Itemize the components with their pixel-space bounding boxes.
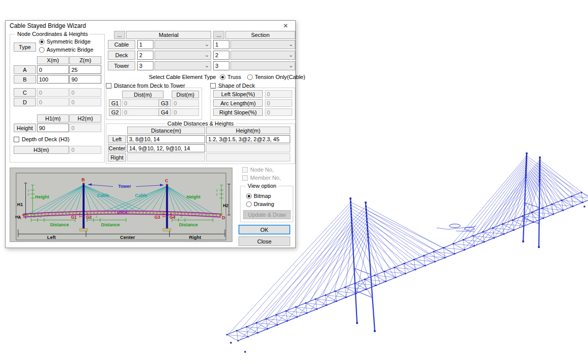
bridge-preview-panel: B C A D Tower Cable Cable Deck Height He… — [10, 168, 232, 242]
section-header: Section — [225, 31, 295, 39]
svg-text:1: 1 — [28, 189, 29, 192]
h3-input — [69, 146, 101, 154]
tower-material-dropdown[interactable]: ⌄ — [154, 61, 211, 70]
preview-label-distance-center: Distance — [101, 222, 120, 227]
material-header: Material — [126, 31, 211, 39]
preview-label-c: C — [165, 178, 169, 183]
radio-icon[interactable] — [39, 47, 45, 53]
left-distance-input[interactable] — [127, 135, 205, 143]
title-bar[interactable]: Cable Stayed Bridge Wizard ✕ — [6, 21, 295, 31]
node-b-x-input[interactable] — [37, 75, 69, 84]
radio-icon[interactable] — [246, 193, 252, 199]
g3-label: G3 — [159, 99, 171, 107]
left-slope-label: Left Slope(%) — [213, 90, 263, 98]
update-draw-button: Update & Draw — [243, 210, 291, 219]
left-slope-input — [265, 90, 292, 98]
g1-label: G1 — [109, 99, 121, 107]
center-distance-input[interactable] — [127, 144, 205, 152]
cable-material-input[interactable] — [137, 40, 153, 49]
g1-input — [122, 99, 164, 107]
svg-text:1: 1 — [89, 215, 91, 218]
right-distance-input — [127, 153, 205, 161]
arc-length-label: Arc Length(m) — [213, 99, 263, 107]
g2-label: G2 — [109, 108, 121, 116]
preview-label-distance-left: Distance — [50, 222, 69, 227]
radio-asymmetric-bridge[interactable]: Asymmetric Bridge — [39, 47, 93, 53]
column-header-h2: H2(m) — [69, 114, 101, 123]
column-header-x: X(m) — [37, 56, 69, 64]
row-label-right: Right — [108, 153, 126, 161]
row-label-b: B — [14, 75, 36, 84]
section-browse-button[interactable]: ... — [213, 31, 224, 39]
close-button[interactable]: Close — [239, 236, 290, 246]
cable-section-dropdown[interactable]: ⌄ — [230, 40, 295, 49]
preview-base-right — [163, 228, 171, 231]
node-d-x-input — [37, 98, 69, 106]
preview-label-right-span: Right — [189, 235, 201, 240]
checkbox-icon[interactable] — [14, 137, 19, 142]
preview-label-b: B — [82, 177, 85, 182]
right-height-input — [206, 153, 290, 161]
cable-section-input[interactable] — [213, 40, 229, 49]
height-column-header: Height(m) — [206, 127, 290, 134]
node-b-z-input[interactable] — [69, 75, 101, 84]
node-d-z-input — [69, 98, 101, 106]
node-a-x-input[interactable] — [37, 65, 69, 74]
radio-symmetric-bridge[interactable]: Symmetric Bridge — [39, 38, 91, 45]
row-label-a: A — [14, 65, 36, 74]
preview-label-distance-right: Distance — [179, 222, 198, 227]
checkbox-icon — [242, 167, 248, 173]
radio-bitmap[interactable]: Bitmap — [246, 193, 271, 199]
row-label-deck: Deck — [108, 51, 135, 60]
tower-material-input[interactable] — [137, 61, 153, 70]
row-label-d: D — [14, 98, 36, 106]
cable-stayed-bridge-wizard-dialog: Cable Stayed Bridge Wizard ✕ Node Coordi… — [5, 20, 296, 248]
radio-truss[interactable]: Truss — [220, 74, 241, 80]
deck-section-input[interactable] — [213, 51, 229, 60]
preview-label-tower: Tower — [118, 184, 131, 189]
left-height-input[interactable] — [206, 135, 290, 143]
radio-icon[interactable] — [39, 39, 45, 45]
radio-icon[interactable] — [247, 74, 253, 80]
bridge-preview-bitmap: B C A D Tower Cable Cable Deck Height He… — [10, 168, 232, 241]
close-icon[interactable]: ✕ — [279, 21, 292, 30]
deck-material-input[interactable] — [137, 51, 153, 60]
dropdown-arrow-icon: ⌄ — [289, 62, 293, 69]
radio-tension-only[interactable]: Tension Only(Cable) — [247, 74, 305, 80]
dropdown-arrow-icon: ⌄ — [289, 41, 293, 48]
preview-label-g3: G3 — [154, 215, 161, 220]
svg-text:2: 2 — [96, 215, 97, 218]
svg-text:...: ... — [186, 216, 189, 219]
ok-button[interactable]: OK — [239, 225, 290, 234]
group-title: View option — [246, 183, 279, 189]
deck-material-dropdown[interactable]: ⌄ — [154, 51, 211, 60]
radio-icon[interactable] — [246, 201, 252, 207]
material-browse-button[interactable]: ... — [114, 31, 125, 39]
radio-icon[interactable] — [220, 74, 225, 80]
radio-drawing[interactable]: Drawing — [246, 201, 274, 207]
node-no-checkbox: Node No, — [242, 167, 273, 173]
tower-section-input[interactable] — [213, 61, 229, 70]
preview-label-h1: H1 — [17, 202, 23, 207]
column-header-z: Z(m) — [69, 56, 101, 64]
cable-material-dropdown[interactable]: ⌄ — [154, 40, 211, 49]
distance-column-header: Distance(m) — [127, 127, 205, 134]
dropdown-arrow-icon: ⌄ — [205, 62, 209, 69]
node-a-z-input[interactable] — [69, 65, 101, 74]
cable-element-type-label: Select Cable Element Type — [149, 74, 216, 80]
depth-of-deck-checkbox[interactable]: Depth of Deck (H3) — [14, 136, 69, 142]
dist-column-header-left: Dist(m) — [122, 91, 164, 98]
h1-input[interactable] — [37, 124, 69, 132]
tower-section-dropdown[interactable]: ⌄ — [230, 61, 295, 70]
preview-label-g1: G1 — [71, 215, 77, 220]
preview-label-deck: Deck — [117, 210, 128, 215]
svg-text:2: 2 — [216, 193, 217, 196]
row-label-cable: Cable — [108, 40, 135, 49]
deck-section-dropdown[interactable]: ⌄ — [230, 51, 295, 60]
window-title: Cable Stayed Bridge Wizard — [10, 22, 86, 29]
row-label-center: Center — [108, 144, 126, 152]
svg-text:1: 1 — [174, 215, 176, 218]
svg-text:...: ... — [102, 216, 104, 219]
group-title: Cable Distances & Heights — [166, 120, 236, 127]
preview-label-left-span: Left — [47, 235, 56, 240]
